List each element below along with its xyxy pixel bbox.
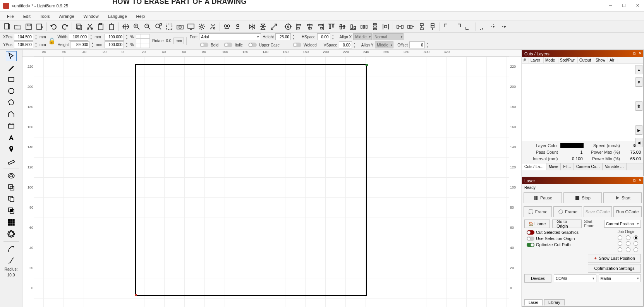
laser-close-icon[interactable]: ✕ xyxy=(639,178,642,182)
cuts-panel-title[interactable]: Cuts / Layers ⧉ ✕ xyxy=(522,50,643,57)
redo-icon[interactable] xyxy=(60,22,69,31)
radial-array-tool[interactable] xyxy=(6,229,17,239)
position-tool[interactable] xyxy=(6,144,17,154)
port-select[interactable]: COM6 xyxy=(554,274,596,282)
delete-icon[interactable] xyxy=(107,22,116,31)
move-v-same-icon[interactable] xyxy=(417,22,426,31)
anchor-grid[interactable] xyxy=(136,34,150,48)
copy-icon[interactable] xyxy=(74,22,84,31)
zoom-in-icon[interactable] xyxy=(132,22,141,31)
move-h-same-icon[interactable] xyxy=(395,22,405,31)
snap-corner-icon[interactable] xyxy=(478,22,488,31)
interval-value[interactable]: 0.100 xyxy=(560,156,584,161)
show-last-position-button[interactable]: ✦Show Last Position xyxy=(588,254,641,262)
vspace-spinner[interactable]: ▲▼ xyxy=(353,41,357,48)
move-h-together-icon[interactable] xyxy=(406,22,416,31)
xpos-spinner[interactable]: ▲▼ xyxy=(34,34,38,41)
snap-center-icon[interactable] xyxy=(489,22,498,31)
col-show[interactable]: Show xyxy=(594,57,608,63)
welded-toggle[interactable] xyxy=(293,43,301,47)
frame-rubber-button[interactable]: Frame xyxy=(553,206,582,217)
layer-up-button[interactable]: ▲ xyxy=(635,65,642,74)
menu-edit[interactable]: Edit xyxy=(19,13,34,19)
tab-variable[interactable]: Variable … xyxy=(603,163,627,170)
font-select[interactable]: Arial xyxy=(199,33,261,40)
hspace-spinner[interactable]: ▲▼ xyxy=(331,33,335,40)
snap-mid-icon[interactable] xyxy=(500,22,509,31)
frame-button[interactable]: Frame xyxy=(524,206,552,217)
layer-right-button[interactable]: ▶ xyxy=(635,125,642,135)
bold-toggle[interactable] xyxy=(200,43,208,47)
menu-tools[interactable]: Tools xyxy=(36,13,54,19)
flip-h-icon[interactable] xyxy=(247,22,257,31)
align-bottom-icon[interactable] xyxy=(349,22,358,31)
offset-shapes-tool[interactable] xyxy=(6,171,17,181)
height-spinner[interactable]: ▲▼ xyxy=(90,41,94,48)
radius-value[interactable]: 10.0 xyxy=(7,273,15,277)
rectangle-tool[interactable] xyxy=(6,74,17,84)
font-height-input[interactable]: 25.00 xyxy=(275,33,291,40)
cuts-list[interactable] xyxy=(522,63,643,141)
powermin-value[interactable]: 65.00 xyxy=(622,156,642,161)
laser-panel-title[interactable]: Laser ⧉ ✕ xyxy=(522,177,643,184)
curve-tool[interactable] xyxy=(6,256,17,266)
scaley-spinner[interactable]: ▲▼ xyxy=(125,41,129,48)
dist-h-icon[interactable] xyxy=(359,22,369,31)
center-icon[interactable] xyxy=(283,22,293,31)
save-gcode-button[interactable]: Save GCode xyxy=(584,206,612,217)
paste-icon[interactable] xyxy=(96,22,105,31)
tab-cuts[interactable]: Cuts / La… xyxy=(522,163,546,170)
tab-file[interactable]: Fil… xyxy=(561,163,574,170)
col-output[interactable]: Output xyxy=(578,57,594,63)
pan-icon[interactable] xyxy=(121,22,131,31)
layer-color-swatch[interactable] xyxy=(560,143,584,148)
unit-toggle[interactable]: mm xyxy=(173,38,184,44)
ellipse-tool[interactable] xyxy=(6,86,17,96)
home-button[interactable]: 🏠Home xyxy=(524,220,550,228)
device-settings-icon[interactable] xyxy=(208,22,217,31)
boolean-intersect-tool[interactable] xyxy=(6,206,17,216)
zoom-out-icon[interactable] xyxy=(143,22,152,31)
font-height-spinner[interactable]: ▲▼ xyxy=(292,33,295,40)
import-icon[interactable] xyxy=(35,22,44,31)
camera-icon[interactable] xyxy=(175,22,185,31)
maximize-button[interactable]: ☐ xyxy=(620,3,627,8)
grid-array-tool[interactable] xyxy=(6,217,17,227)
start-button[interactable]: Start xyxy=(603,192,642,203)
optimization-settings-button[interactable]: Optimization Settings xyxy=(588,264,641,273)
open-icon[interactable] xyxy=(13,22,22,31)
align-vcenter-icon[interactable] xyxy=(338,22,347,31)
tab-library[interactable]: Library xyxy=(544,299,565,305)
cut-icon[interactable] xyxy=(85,22,94,31)
zoom-frame-icon[interactable] xyxy=(154,22,163,31)
menu-file[interactable]: File xyxy=(3,13,18,19)
corner-tr-icon[interactable] xyxy=(453,22,462,31)
menu-help[interactable]: Help xyxy=(132,13,149,19)
cut-selected-toggle[interactable] xyxy=(527,230,534,235)
italic-toggle[interactable] xyxy=(224,43,232,47)
scaley-input[interactable]: 100.000 xyxy=(105,41,124,48)
laser-pin-icon[interactable]: ⧉ xyxy=(633,178,635,183)
stop-button[interactable]: Stop xyxy=(563,192,602,203)
col-layer[interactable]: Layer xyxy=(529,57,544,63)
text-mode-select[interactable]: Normal xyxy=(373,33,404,40)
draw-line-tool[interactable] xyxy=(6,63,17,73)
ungroup-icon[interactable] xyxy=(233,22,242,31)
col-air[interactable]: Air xyxy=(608,57,618,63)
boolean-subtract-tool[interactable] xyxy=(6,194,17,204)
aligny-select[interactable]: Middle xyxy=(375,41,393,48)
edit-nodes-tool[interactable] xyxy=(6,109,17,119)
settings-icon[interactable] xyxy=(197,22,206,31)
menu-arrange[interactable]: Arrange xyxy=(55,13,78,19)
use-selection-origin-toggle[interactable] xyxy=(527,237,534,241)
hspace-input[interactable]: 0.00 xyxy=(317,33,330,40)
pause-button[interactable]: Pause xyxy=(524,192,562,203)
align-hcenter-icon[interactable] xyxy=(305,22,314,31)
pin-icon[interactable]: ⧉ xyxy=(633,51,635,56)
passcount-value[interactable]: 1 xyxy=(560,149,584,155)
dist-both-icon[interactable] xyxy=(381,22,390,31)
scalex-input[interactable]: 100.000 xyxy=(105,34,124,41)
col-hash[interactable]: # xyxy=(522,57,529,63)
monitor-icon[interactable] xyxy=(186,22,196,31)
optimize-cut-toggle[interactable] xyxy=(527,243,534,247)
